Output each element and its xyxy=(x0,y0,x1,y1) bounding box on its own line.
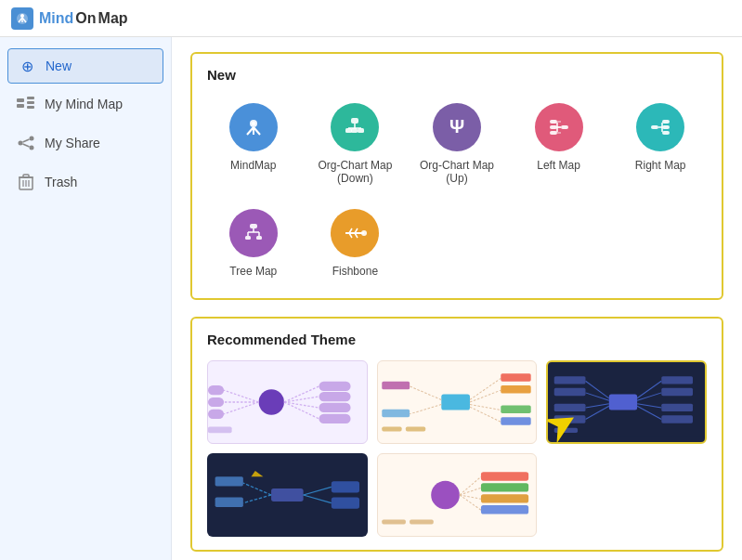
svg-point-63 xyxy=(259,389,284,414)
theme-item-3[interactable] xyxy=(546,360,707,444)
svg-rect-137 xyxy=(410,519,434,524)
tree-map-icon xyxy=(229,209,278,257)
svg-rect-91 xyxy=(382,382,410,390)
sidebar-item-trash[interactable]: Trash xyxy=(0,163,171,201)
svg-rect-135 xyxy=(481,505,528,514)
left-map-label: Left Map xyxy=(537,159,580,172)
map-item-fishbone[interactable]: Fishbone xyxy=(309,202,402,285)
svg-point-61 xyxy=(361,230,367,236)
header: MindOnMap xyxy=(0,0,742,37)
svg-point-22 xyxy=(252,122,255,125)
map-item-tree[interactable]: Tree Map xyxy=(207,202,300,285)
svg-line-14 xyxy=(23,144,30,147)
theme-item-4[interactable] xyxy=(207,453,368,537)
logo: MindOnMap xyxy=(11,7,128,30)
svg-rect-76 xyxy=(208,397,224,407)
svg-rect-42 xyxy=(651,125,658,129)
svg-rect-123 xyxy=(215,476,243,486)
trash-icon xyxy=(17,173,35,191)
svg-rect-92 xyxy=(382,410,410,418)
sidebar-label-my-mind-map: My Mind Map xyxy=(45,97,123,111)
svg-point-12 xyxy=(30,146,34,150)
right-map-label: Right Map xyxy=(635,159,686,172)
svg-rect-55 xyxy=(256,236,262,240)
sidebar-label-my-share: My Share xyxy=(45,136,100,150)
logo-mind-text: Mind xyxy=(39,10,73,27)
svg-point-127 xyxy=(431,481,460,510)
map-item-org-up[interactable]: Ψ Org-Chart Map (Up) xyxy=(410,96,503,192)
svg-rect-122 xyxy=(332,498,359,509)
fishbone-label: Fishbone xyxy=(332,265,378,278)
recommended-theme-title: Recommended Theme xyxy=(207,332,707,347)
theme-item-5[interactable] xyxy=(377,453,538,537)
theme-2-preview xyxy=(378,361,537,443)
logo-map-text: Map xyxy=(98,10,128,27)
svg-rect-88 xyxy=(501,417,530,425)
main-content: New MindMap xyxy=(172,37,742,560)
map-item-mindmap[interactable]: MindMap xyxy=(207,96,300,192)
map-grid-row1: MindMap Org-Chart Map(Do xyxy=(207,96,707,192)
sidebar-item-my-mind-map[interactable]: My Mind Map xyxy=(0,85,171,123)
mindmap-label: MindMap xyxy=(230,159,276,172)
sidebar-item-new[interactable]: ⊕ New xyxy=(7,48,163,84)
logo-on-text: On xyxy=(75,10,96,27)
svg-rect-111 xyxy=(554,404,586,411)
svg-rect-26 xyxy=(351,118,358,124)
org-down-label: Org-Chart Map(Down) xyxy=(318,159,392,185)
svg-rect-86 xyxy=(501,385,530,394)
svg-rect-77 xyxy=(208,410,224,419)
org-up-icon: Ψ xyxy=(433,103,481,151)
theme-item-2[interactable] xyxy=(377,360,538,444)
svg-rect-134 xyxy=(481,494,528,502)
new-section-title: New xyxy=(207,67,707,83)
fishbone-icon xyxy=(331,209,379,257)
svg-rect-102 xyxy=(662,388,694,396)
sidebar-item-my-share[interactable]: My Share xyxy=(0,124,171,162)
theme-1-preview xyxy=(208,361,367,443)
svg-rect-133 xyxy=(481,483,528,491)
svg-rect-45 xyxy=(662,120,670,124)
svg-line-23 xyxy=(247,127,254,135)
my-mind-map-icon xyxy=(17,95,35,113)
org-up-label: Org-Chart Map (Up) xyxy=(414,159,500,185)
sidebar-label-new: New xyxy=(46,59,72,73)
svg-rect-93 xyxy=(382,426,401,431)
svg-point-10 xyxy=(19,141,23,146)
svg-line-25 xyxy=(254,127,260,135)
sidebar-label-trash: Trash xyxy=(45,175,77,189)
svg-rect-62 xyxy=(208,367,367,438)
svg-rect-96 xyxy=(609,395,637,410)
svg-rect-75 xyxy=(208,385,224,395)
svg-rect-104 xyxy=(662,415,694,423)
recommended-theme-section: Recommended Theme xyxy=(190,317,723,552)
svg-rect-85 xyxy=(501,373,530,382)
svg-rect-69 xyxy=(319,392,350,401)
svg-rect-37 xyxy=(550,125,557,129)
map-item-org-down[interactable]: Org-Chart Map(Down) xyxy=(309,96,402,192)
new-section-box: New MindMap xyxy=(190,52,723,300)
svg-rect-136 xyxy=(382,519,406,524)
theme-4-preview xyxy=(207,453,368,537)
svg-rect-124 xyxy=(215,498,243,507)
svg-line-13 xyxy=(23,139,30,142)
svg-text:Ψ: Ψ xyxy=(449,116,464,137)
svg-rect-31 xyxy=(358,128,364,133)
svg-rect-94 xyxy=(406,426,425,431)
svg-rect-71 xyxy=(319,414,350,423)
svg-point-1 xyxy=(20,14,24,18)
svg-rect-38 xyxy=(550,131,557,135)
org-down-icon xyxy=(331,103,379,151)
map-item-right[interactable]: Right Map xyxy=(614,96,707,192)
svg-rect-9 xyxy=(27,106,34,109)
svg-rect-5 xyxy=(17,98,24,102)
theme-item-1[interactable] xyxy=(207,360,368,444)
logo-icon xyxy=(11,7,33,30)
svg-rect-113 xyxy=(554,428,578,433)
mindmap-icon xyxy=(229,103,278,151)
svg-rect-33 xyxy=(561,125,568,129)
svg-rect-78 xyxy=(208,426,232,433)
svg-rect-103 xyxy=(662,404,694,411)
svg-rect-121 xyxy=(332,481,359,492)
svg-rect-46 xyxy=(662,125,670,129)
map-item-left[interactable]: Left Map xyxy=(513,96,605,192)
